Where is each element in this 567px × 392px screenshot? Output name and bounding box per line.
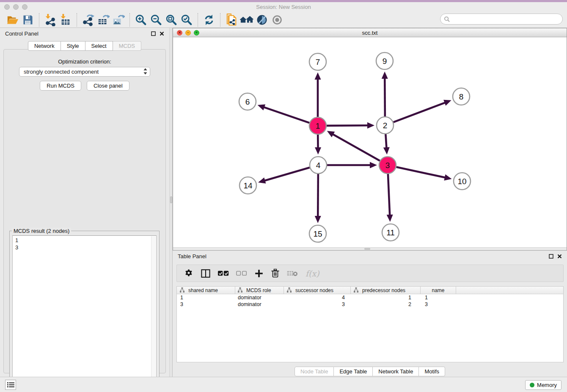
table-row[interactable]: 3dominator323 (177, 301, 563, 308)
zoom-selected-button[interactable] (179, 13, 194, 27)
delete-column-button[interactable] (271, 267, 280, 280)
edge-3-10[interactable] (396, 167, 446, 177)
zoom-in-button[interactable] (133, 13, 149, 27)
splitter-handle[interactable] (170, 196, 172, 203)
zoom-out-button[interactable] (149, 13, 164, 27)
memory-button[interactable]: Memory (525, 380, 561, 390)
table-panel-title: Table Panel (178, 253, 206, 259)
tab-select[interactable]: Select (85, 41, 113, 51)
column-header-successor-nodes[interactable]: successor nodes (284, 287, 351, 294)
import-table-button[interactable] (58, 13, 73, 27)
close-panel-button[interactable]: Close panel (87, 81, 129, 91)
column-header-name[interactable]: name (421, 287, 456, 294)
split-columns-icon (201, 268, 211, 279)
table-tab-edge-table[interactable]: Edge Table (334, 367, 373, 376)
search-input[interactable] (450, 15, 562, 23)
select-all-columns-button[interactable] (218, 267, 229, 280)
column-header-predecessor-nodes[interactable]: predecessor nodes (351, 287, 421, 294)
select-stepper-icon (143, 68, 147, 76)
duplicate-network-button[interactable] (224, 13, 239, 27)
column-header-label: name (432, 287, 444, 293)
list-icon (7, 382, 14, 388)
export-image-button[interactable] (111, 13, 126, 27)
close-panel-icon[interactable] (160, 31, 164, 36)
checked-checkboxes-icon (218, 271, 229, 276)
edge-1-2[interactable] (327, 125, 369, 126)
result-scrollbar[interactable] (151, 236, 156, 388)
network-view-window: scc.txt ✕ − + 1234678910111415 (173, 28, 567, 251)
table-row[interactable]: 1dominator411 (177, 294, 563, 301)
deselect-all-columns-button[interactable] (236, 267, 247, 280)
edge-arrowhead (383, 147, 390, 155)
hide-panels-button[interactable] (254, 13, 270, 27)
refresh-icon (203, 14, 215, 26)
toolbar-separator (39, 13, 39, 27)
edge-2-9[interactable] (385, 77, 385, 116)
table-cell: 3 (177, 301, 235, 308)
node-label-14: 14 (243, 181, 253, 190)
edge-arrowhead (315, 72, 321, 80)
add-column-button[interactable] (254, 267, 264, 280)
criterion-select[interactable]: strongly connected component (19, 67, 150, 77)
apply-layout-button[interactable] (201, 13, 217, 27)
table-tab-motifs[interactable]: Motifs (419, 367, 445, 376)
mcds-tab-content: Optimization criterion: strongly connect… (3, 49, 166, 373)
import-network-icon (44, 14, 57, 26)
table-cell: 1 (177, 294, 235, 301)
show-graphics-details-button[interactable] (270, 13, 285, 27)
horizontal-splitter-handle[interactable] (364, 248, 370, 250)
function-builder-button[interactable]: f(x) (306, 267, 319, 280)
import-network-button[interactable] (43, 13, 58, 27)
edge-arrowhead (367, 122, 374, 129)
edge-1-6[interactable] (263, 107, 309, 123)
memory-label: Memory (537, 382, 557, 388)
table-cell: 1 (421, 294, 456, 301)
split-panel-button[interactable] (201, 267, 211, 280)
float-panel-icon[interactable] (151, 31, 156, 36)
column-header-label: shared name (188, 287, 218, 293)
node-label-15: 15 (313, 229, 322, 238)
task-history-button[interactable] (5, 380, 16, 390)
mcds-result-group: MCDS result (2 nodes) 13 (9, 231, 160, 392)
edge-2-3[interactable] (385, 134, 386, 149)
edge-4-15[interactable] (318, 174, 318, 217)
edge-2-8[interactable] (394, 102, 446, 122)
delete-table-button[interactable] (287, 267, 298, 280)
save-session-button[interactable] (20, 13, 36, 27)
table-tab-node-table[interactable]: Node Table (295, 367, 334, 376)
column-header-shared-name[interactable]: shared name (177, 287, 235, 294)
edge-4-14[interactable] (264, 168, 309, 181)
export-table-button[interactable] (96, 13, 111, 27)
table-tab-network-table[interactable]: Network Table (373, 367, 419, 376)
toolbar-separator (220, 13, 220, 27)
network-canvas[interactable]: 1234678910111415 (173, 37, 567, 248)
edge-3-1[interactable] (332, 134, 380, 161)
search-field[interactable] (440, 14, 563, 25)
tab-mcds[interactable]: MCDS (113, 41, 141, 51)
open-session-button[interactable] (5, 13, 20, 27)
column-header-MCDS-role[interactable]: MCDS role (235, 287, 284, 294)
mcds-result-text[interactable]: 13 (12, 235, 157, 389)
export-network-icon (82, 14, 94, 26)
tab-style[interactable]: Style (61, 41, 85, 51)
plus-icon (254, 269, 264, 278)
table-cell: 1 (351, 294, 421, 301)
tab-network[interactable]: Network (28, 41, 61, 51)
export-network-button[interactable] (80, 13, 96, 27)
mcds-result-title: MCDS result (2 nodes) (12, 228, 71, 234)
zoom-fit-button[interactable] (164, 13, 179, 27)
import-table-icon (59, 14, 72, 26)
node-label-6: 6 (245, 97, 250, 106)
float-panel-icon[interactable] (549, 254, 553, 259)
edge-3-11[interactable] (388, 174, 390, 216)
houses-icon (239, 14, 254, 26)
vertical-splitter[interactable] (169, 28, 173, 377)
run-mcds-button[interactable]: Run MCDS (40, 81, 81, 91)
column-settings-button[interactable] (184, 267, 193, 280)
edge-arrowhead (315, 216, 321, 223)
edge-arrowhead (370, 162, 377, 168)
show-all-networks-button[interactable] (239, 13, 254, 27)
close-panel-icon[interactable] (557, 254, 562, 259)
network-graph[interactable]: 1234678910111415 (173, 37, 567, 248)
node-label-2: 2 (383, 121, 388, 130)
